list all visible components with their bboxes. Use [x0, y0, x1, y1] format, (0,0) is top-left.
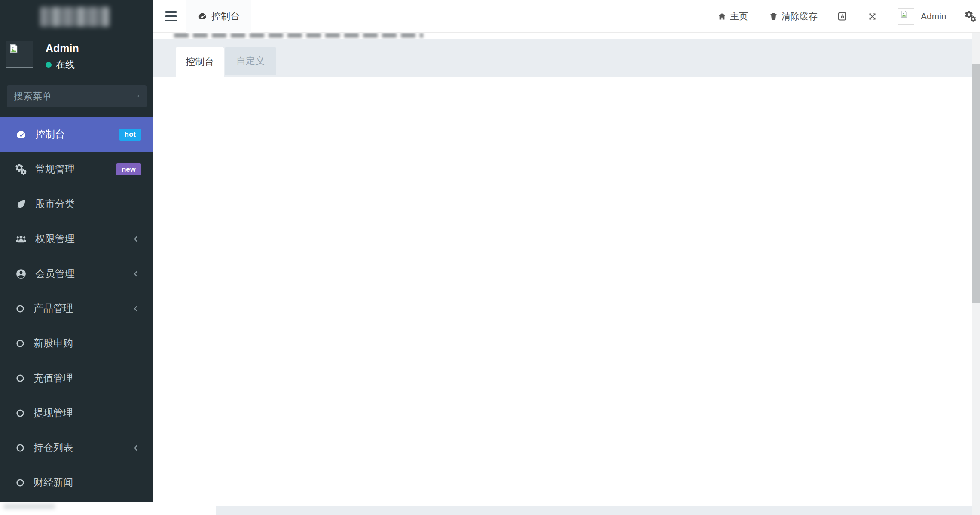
circle-icon	[15, 443, 25, 453]
topbar-avatar[interactable]	[898, 8, 914, 25]
circle-icon	[15, 304, 25, 313]
sidebar-item-products[interactable]: 产品管理	[0, 291, 153, 326]
cogs-icon	[15, 164, 27, 175]
topbar: 控制台 主页 清除缓存 Admin	[153, 0, 980, 33]
sidebar-item-ipo[interactable]: 新股申购	[0, 326, 153, 361]
dashboard-icon	[15, 129, 27, 140]
chevron-left-icon	[132, 235, 140, 243]
sidebar-item-permissions[interactable]: 权限管理	[0, 221, 153, 256]
fullscreen-button[interactable]	[868, 0, 877, 33]
sidebar-item-dashboard[interactable]: 控制台 hot	[0, 117, 153, 152]
sidebar-menu: 控制台 hot 常规管理 new 股市分类 权限管理 会员管理	[0, 117, 153, 500]
tab-custom[interactable]: 自定义	[225, 47, 276, 75]
circle-icon	[15, 478, 25, 487]
sidebar-item-positions[interactable]: 持仓列表	[0, 430, 153, 465]
user-circle-icon	[15, 268, 27, 279]
sidebar-user-name: Admin	[46, 42, 79, 55]
broken-image-icon	[900, 10, 908, 18]
sidebar-user-status: 在线	[46, 58, 75, 71]
sidebar-item-general[interactable]: 常规管理 new	[0, 152, 153, 187]
sidebar-avatar[interactable]	[6, 41, 33, 68]
language-button[interactable]	[837, 0, 847, 33]
announcement-strip	[153, 33, 972, 39]
online-dot-icon	[46, 62, 52, 68]
chevron-left-icon	[132, 305, 140, 313]
hamburger-menu-icon[interactable]	[165, 11, 177, 21]
language-icon	[837, 11, 847, 21]
sidebar-item-members[interactable]: 会员管理	[0, 256, 153, 291]
circle-icon	[15, 408, 25, 418]
tab-dashboard[interactable]: 控制台	[176, 47, 224, 77]
new-badge: new	[116, 163, 141, 175]
sidebar-item-finance-news[interactable]: 财经新闻	[0, 465, 153, 500]
search-input[interactable]	[14, 91, 137, 102]
sidebar-item-recharge[interactable]: 充值管理	[0, 361, 153, 395]
admin-dashboard: Admin 在线 控制台 hot 常规管理 new 股市分类	[0, 0, 980, 515]
topbar-tab-dashboard[interactable]: 控制台	[186, 0, 251, 33]
sidebar-item-withdraw[interactable]: 提现管理	[0, 395, 153, 430]
sidebar-search	[7, 85, 147, 107]
search-icon[interactable]	[137, 92, 140, 101]
home-icon	[717, 12, 727, 21]
chevron-left-icon	[132, 270, 140, 278]
leaf-icon	[15, 199, 27, 210]
circle-icon	[15, 374, 25, 383]
chevron-left-icon	[132, 444, 140, 452]
broken-image-icon	[8, 43, 19, 54]
online-label: 在线	[56, 58, 75, 71]
app-logo-redacted	[40, 7, 110, 27]
topbar-user-menu[interactable]: Admin	[921, 0, 946, 33]
users-icon	[15, 233, 27, 245]
circle-icon	[15, 339, 25, 348]
gears-icon	[965, 11, 976, 22]
trash-icon	[769, 12, 778, 21]
expand-icon	[868, 12, 877, 21]
hot-badge: hot	[119, 129, 141, 141]
scrollbar-thumb[interactable]	[972, 64, 980, 303]
home-button[interactable]: 主页	[717, 0, 748, 33]
sidebar-item-stock-category[interactable]: 股市分类	[0, 187, 153, 221]
settings-button[interactable]	[965, 0, 976, 33]
panel-bottom-edge	[153, 506, 216, 515]
redacted-announcement-text	[174, 33, 423, 38]
sidebar: Admin 在线 控制台 hot 常规管理 new 股市分类	[0, 0, 153, 502]
dashboard-panel	[153, 77, 972, 506]
redacted-footer-text	[3, 504, 55, 509]
dashboard-icon	[198, 12, 207, 21]
clear-cache-button[interactable]: 清除缓存	[769, 0, 818, 33]
